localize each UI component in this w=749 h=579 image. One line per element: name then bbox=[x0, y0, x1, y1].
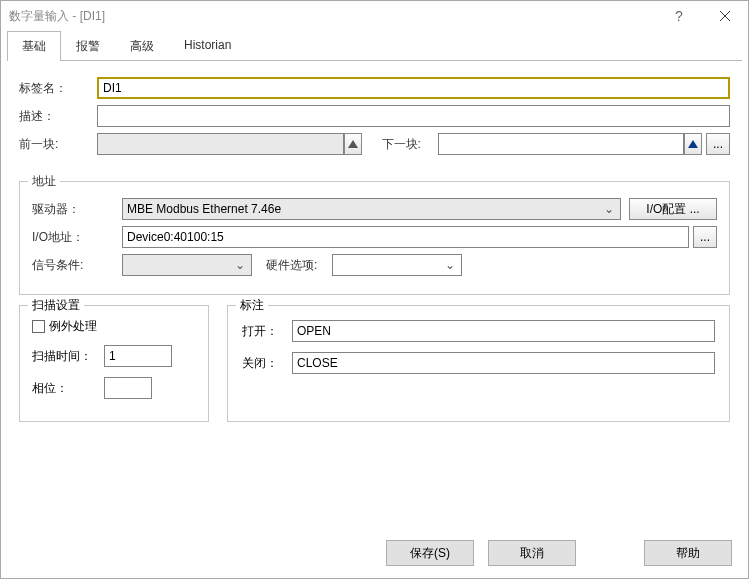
label-legend: 标注 bbox=[236, 297, 268, 314]
tagname-value: DI1 bbox=[103, 81, 122, 95]
prev-spin[interactable] bbox=[344, 133, 362, 155]
exception-label: 例外处理 bbox=[49, 318, 97, 335]
io-config-button[interactable]: I/O配置 ... bbox=[629, 198, 717, 220]
scan-legend: 扫描设置 bbox=[28, 297, 84, 314]
close-value: CLOSE bbox=[297, 356, 338, 370]
phase-input[interactable] bbox=[104, 377, 152, 399]
desc-input[interactable] bbox=[97, 105, 730, 127]
help-icon[interactable]: ? bbox=[656, 1, 702, 31]
dialog-window: 数字量输入 - [DI1] ? 基础 报警 高级 Historian 标签名： … bbox=[0, 0, 749, 579]
titlebar: 数字量输入 - [DI1] ? bbox=[1, 1, 748, 31]
exception-checkbox[interactable] bbox=[32, 320, 45, 333]
tagname-label: 标签名： bbox=[19, 80, 97, 97]
label-group: 标注 打开： OPEN 关闭： CLOSE bbox=[227, 305, 730, 422]
chevron-down-icon: ⌄ bbox=[443, 258, 457, 272]
signal-combo[interactable]: ⌄ bbox=[122, 254, 252, 276]
prev-label: 前一块: bbox=[19, 136, 97, 153]
cancel-button[interactable]: 取消 bbox=[488, 540, 576, 566]
close-label: 关闭： bbox=[242, 355, 292, 372]
open-input[interactable]: OPEN bbox=[292, 320, 715, 342]
save-button[interactable]: 保存(S) bbox=[386, 540, 474, 566]
open-value: OPEN bbox=[297, 324, 331, 338]
tagname-input[interactable]: DI1 bbox=[97, 77, 730, 99]
ioaddr-input[interactable]: Device0:40100:15 bbox=[122, 226, 689, 248]
close-input[interactable]: CLOSE bbox=[292, 352, 715, 374]
ioaddr-label: I/O地址： bbox=[32, 229, 122, 246]
tab-content: 标签名： DI1 描述： 前一块: 下一块: ... 地址 驱动器： bbox=[1, 61, 748, 438]
address-legend: 地址 bbox=[28, 173, 60, 190]
phase-label: 相位： bbox=[32, 380, 104, 397]
ioaddr-browse-button[interactable]: ... bbox=[693, 226, 717, 248]
tab-advanced[interactable]: 高级 bbox=[115, 31, 169, 61]
hwopt-label: 硬件选项: bbox=[266, 257, 332, 274]
tab-historian[interactable]: Historian bbox=[169, 31, 246, 61]
signal-label: 信号条件: bbox=[32, 257, 122, 274]
scantime-input[interactable]: 1 bbox=[104, 345, 172, 367]
driver-combo[interactable]: MBE Modbus Ethernet 7.46e ⌄ bbox=[122, 198, 621, 220]
chevron-down-icon: ⌄ bbox=[233, 258, 247, 272]
hwopt-combo[interactable]: ⌄ bbox=[332, 254, 462, 276]
prev-combo[interactable] bbox=[97, 133, 344, 155]
address-group: 地址 驱动器： MBE Modbus Ethernet 7.46e ⌄ I/O配… bbox=[19, 181, 730, 295]
next-spin[interactable] bbox=[684, 133, 702, 155]
open-label: 打开： bbox=[242, 323, 292, 340]
tab-bar: 基础 报警 高级 Historian bbox=[1, 31, 748, 61]
help-button[interactable]: 帮助 bbox=[644, 540, 732, 566]
next-browse-button[interactable]: ... bbox=[706, 133, 730, 155]
next-combo[interactable] bbox=[438, 133, 685, 155]
scantime-label: 扫描时间： bbox=[32, 348, 104, 365]
ioaddr-value: Device0:40100:15 bbox=[127, 230, 224, 244]
next-label: 下一块: bbox=[382, 136, 438, 153]
driver-value: MBE Modbus Ethernet 7.46e bbox=[127, 202, 602, 216]
footer: 保存(S) 取消 帮助 bbox=[386, 540, 732, 566]
tab-alarm[interactable]: 报警 bbox=[61, 31, 115, 61]
scan-group: 扫描设置 例外处理 扫描时间： 1 相位： bbox=[19, 305, 209, 422]
desc-label: 描述： bbox=[19, 108, 97, 125]
chevron-down-icon: ⌄ bbox=[602, 202, 616, 216]
driver-label: 驱动器： bbox=[32, 201, 122, 218]
window-title: 数字量输入 - [DI1] bbox=[9, 8, 656, 25]
scantime-value: 1 bbox=[109, 349, 116, 363]
close-icon[interactable] bbox=[702, 1, 748, 31]
tab-basic[interactable]: 基础 bbox=[7, 31, 61, 61]
